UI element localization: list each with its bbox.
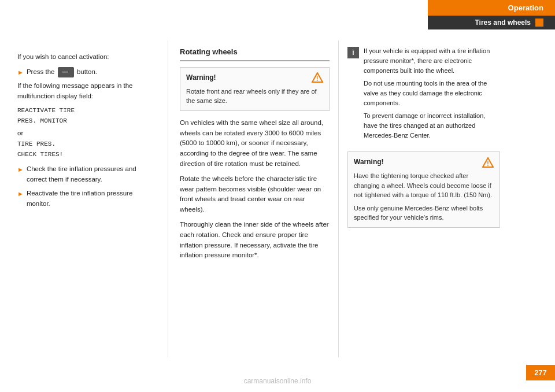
info-icon: i (347, 47, 359, 58)
warning-label-rotate: Warning! (186, 72, 216, 83)
watermark: carmanualsonline.info (244, 377, 312, 385)
info-para2: Do not use mounting tools in the area of… (364, 79, 500, 108)
step3-item: ► Reactivate the tire inflation pressure… (17, 188, 156, 209)
tires-label: Tires and wheels (475, 19, 531, 27)
warning-box-rotate: Warning! ! Rotate front and rear wheels … (180, 67, 330, 111)
dash-button: — (58, 67, 74, 77)
code4: CHECK TIRES! (17, 150, 156, 160)
right-column: i If your vehicle is equipped with a tir… (338, 40, 509, 357)
warning-box-torque: Warning! ! Have the tightening torque ch… (347, 151, 500, 227)
multifunction-intro: If the following message appears in the … (17, 81, 156, 102)
tires-square-icon (535, 19, 543, 27)
step2-item: ► Check the tire inflation pressures and… (17, 164, 156, 185)
header-operation: Operation (428, 0, 555, 16)
warning-para2-torque: Use only genuine Mercedes-Benz wheel bol… (354, 204, 494, 223)
intro-text: If you wish to cancel activation: (17, 52, 156, 62)
mid-para1: On vehicles with the same wheel size all… (180, 118, 330, 169)
operation-label: Operation (508, 3, 543, 12)
info-para1: If your vehicle is equipped with a tire … (364, 46, 500, 76)
step1-item: ► Press the — button. (17, 67, 156, 77)
warning-text-rotate: Rotate front and rear wheels only if the… (186, 87, 323, 106)
arrow-icon-3: ► (17, 189, 24, 199)
code2: PRES. MONITOR (17, 116, 156, 127)
or-text: or (17, 128, 156, 138)
warning-header-torque: Warning! ! (354, 157, 494, 168)
warning-triangle-torque-icon: ! (482, 157, 494, 168)
info-para3: To prevent damage or incorrect installat… (364, 111, 500, 140)
warning-header-rotate: Warning! ! (186, 72, 323, 83)
code-block: REACTIVATE TIRE PRES. MONITOR or TIRE PR… (17, 106, 156, 160)
warning-label-torque: Warning! (354, 157, 384, 168)
info-text-block: If your vehicle is equipped with a tire … (364, 46, 500, 143)
header-tires: Tires and wheels (428, 16, 555, 29)
info-box-top: i If your vehicle is equipped with a tir… (347, 46, 500, 143)
warning-para1-torque: Have the tightening torque checked after… (354, 171, 494, 200)
section-title: Rotating wheels (180, 46, 330, 61)
code1: REACTIVATE TIRE (17, 106, 156, 116)
svg-text:!: ! (316, 76, 318, 82)
page-container: Operation Tires and wheels If you wish t… (0, 0, 555, 392)
step2-text: Check the tire inflation pressures and c… (27, 164, 156, 185)
warning-triangle-rotate-icon: ! (312, 72, 323, 83)
mid-para3: Thoroughly clean the inner side of the w… (180, 220, 330, 261)
left-column: If you wish to cancel activation: ► Pres… (0, 40, 168, 357)
middle-column: Rotating wheels Warning! ! Rotate front … (168, 40, 338, 357)
step1-text: Press the — button. (27, 67, 97, 77)
mid-para2: Rotate the wheels before the characteris… (180, 174, 330, 215)
step3-text: Reactivate the tire inflation pressure m… (27, 188, 156, 209)
arrow-icon-1: ► (17, 68, 24, 77)
header-right: Operation Tires and wheels (428, 0, 555, 29)
code3: TIRE PRES. (17, 139, 156, 150)
svg-text:!: ! (487, 161, 489, 167)
page-number: 277 (526, 365, 555, 380)
arrow-icon-2: ► (17, 165, 24, 175)
content-area: If you wish to cancel activation: ► Pres… (0, 40, 555, 357)
